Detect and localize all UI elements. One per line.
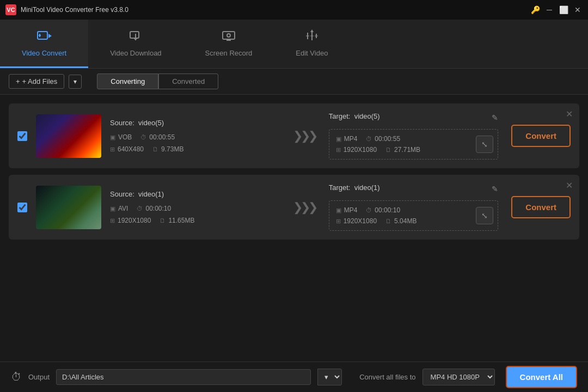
main-content: Source: video(5) ▣ VOB ⏱ 00:00:55 ⊞ 640X… [0,95,588,248]
add-files-label: + Add Files [22,77,58,85]
arrows-section-2: ❯❯❯ [289,200,320,215]
format-icon: ▣ [110,134,115,141]
app-logo: VC [5,4,16,15]
file-2-source-label: Source: video(1) [110,190,280,198]
file-2-edit-button[interactable]: ✎ [492,185,498,193]
file-2-target-format: ▣ MP4 [336,206,358,214]
svg-point-8 [227,34,230,37]
toolbar: + + Add Files ▾ Converting Converted [0,69,588,95]
file-2-source-meta: ▣ AVI ⏱ 00:00:10 [110,205,280,212]
file-1-convert-button[interactable]: Convert [511,125,571,147]
target-duration-icon: ⏱ [366,136,372,142]
output-path-dropdown[interactable]: ▾ [317,369,342,385]
video-convert-icon [36,29,52,46]
converted-tab-button[interactable]: Converted [158,74,218,89]
tab-video-convert-label: Video Convert [22,49,66,57]
file-1-source-info: Source: video(5) ▣ VOB ⏱ 00:00:55 ⊞ 640X… [110,119,280,153]
file-2-close-button[interactable]: ✕ [566,180,573,191]
target-resolution-icon: ⊞ [336,146,341,154]
edit-video-icon [304,29,320,46]
file-1-source-meta: ▣ VOB ⏱ 00:00:55 [110,133,280,141]
file-1-target-box: ▣ MP4 ⏱ 00:00:55 ⊞ 1920X1080 🗋 [329,129,499,160]
duration-icon: ⏱ [140,134,146,140]
convert-all-button[interactable]: Convert All [506,366,577,388]
target-format-icon-2: ▣ [336,207,341,214]
target-size-icon: 🗋 [385,146,391,153]
file-1-checkbox[interactable] [17,131,27,141]
size-icon: 🗋 [152,146,158,152]
size-icon-2: 🗋 [160,217,166,224]
tab-screen-record-label: Screen Record [205,49,253,57]
svg-rect-4 [130,32,139,38]
file-2-convert-section: Convert [507,196,571,218]
file-1-target-format: ▣ MP4 [336,135,358,143]
convert-arrows-icon: ❯❯❯ [293,129,316,143]
file-1-crop-button[interactable]: ⤡ [476,136,493,153]
file-1-format: ▣ VOB [110,133,132,141]
file-2-target-size: 🗋 5.04MB [385,217,416,225]
target-resolution-icon-2: ⊞ [336,218,341,225]
tab-video-convert[interactable]: Video Convert [0,20,88,68]
converting-tab-button[interactable]: Converting [97,74,158,89]
arrows-section-1: ❯❯❯ [289,129,320,143]
tab-video-download-label: Video Download [110,49,161,57]
file-2-size: 🗋 11.65MB [160,217,194,224]
file-2-source-info: Source: video(1) ▣ AVI ⏱ 00:00:10 ⊞ 1920… [110,190,280,224]
file-2-resolution: ⊞ 1920X1080 [110,217,151,224]
convert-arrows-icon-2: ❯❯❯ [293,200,316,215]
duration-icon-2: ⏱ [137,205,143,212]
tab-screen-record[interactable]: Screen Record [183,20,274,68]
svg-rect-7 [223,32,235,39]
file-2-crop-button[interactable]: ⤡ [476,207,493,224]
file-1-edit-button[interactable]: ✎ [492,113,498,122]
file-1-resolution: ⊞ 640X480 [110,145,144,153]
file-2-convert-button[interactable]: Convert [511,196,571,218]
file-2-target-meta-2: ⊞ 1920X1080 🗋 5.04MB [336,217,492,225]
file-2-target-duration: ⏱ 00:00:10 [366,206,400,214]
target-format-icon: ▣ [336,136,341,143]
file-2-format: ▣ AVI [110,205,128,212]
target-duration-icon-2: ⏱ [366,207,372,213]
target-size-icon-2: 🗋 [385,218,391,224]
file-1-convert-section: Convert [507,125,571,147]
file-2-target-meta: ▣ MP4 ⏱ 00:00:10 [336,206,492,214]
file-2-duration: ⏱ 00:00:10 [137,205,171,212]
window-controls: 🔑 ─ ⬜ ✕ [530,5,583,15]
add-files-dropdown-button[interactable]: ▾ [69,75,82,89]
resolution-icon-2: ⊞ [110,217,115,224]
nav-tabs: Video Convert Video Download Screen Reco… [0,20,588,69]
convert-all-files-label: Convert all files to [359,373,415,381]
add-files-plus-icon: + [16,77,20,85]
file-2-checkbox[interactable] [17,203,27,212]
output-path-input[interactable] [56,369,311,385]
file-2-thumbnail [36,186,101,229]
format-select[interactable]: MP4 HD 1080P [422,369,495,385]
file-2-source-meta-2: ⊞ 1920X1080 🗋 11.65MB [110,217,280,224]
file-1-close-button[interactable]: ✕ [566,109,573,119]
footer: ⏱ Output ▾ Convert all files to MP4 HD 1… [0,362,588,392]
file-1-thumbnail [36,114,101,158]
file-2-target-info: Target: video(1) ✎ ▣ MP4 ⏱ 00:00:10 [329,183,499,231]
file-card-2: Source: video(1) ▣ AVI ⏱ 00:00:10 ⊞ 1920… [9,175,579,240]
file-2-target-box: ▣ MP4 ⏱ 00:00:10 ⊞ 1920X1080 🗋 [329,200,499,231]
svg-marker-1 [48,34,52,38]
file-card-1: Source: video(5) ▣ VOB ⏱ 00:00:55 ⊞ 640X… [9,103,579,168]
close-button[interactable]: ✕ [573,5,583,15]
key-button[interactable]: 🔑 [530,5,540,15]
output-label: Output [28,373,50,381]
file-1-target-meta: ▣ MP4 ⏱ 00:00:55 [336,135,492,143]
file-2-target-resolution: ⊞ 1920X1080 [336,217,377,225]
convert-tab-switcher: Converting Converted [97,74,218,89]
resolution-icon: ⊞ [110,146,115,153]
restore-button[interactable]: ⬜ [559,5,568,15]
file-2-target-label: Target: video(1) [329,183,380,192]
add-files-button[interactable]: + + Add Files [9,74,64,89]
tab-edit-video-label: Edit Video [296,49,328,57]
file-1-target-meta-2: ⊞ 1920X1080 🗋 27.71MB [336,146,492,154]
minimize-button[interactable]: ─ [544,5,554,15]
tab-video-download[interactable]: Video Download [88,20,183,68]
file-1-source-label: Source: video(5) [110,119,280,127]
file-1-duration: ⏱ 00:00:55 [140,133,175,141]
tab-edit-video[interactable]: Edit Video [274,20,350,68]
file-1-target-label: Target: video(5) [329,112,380,120]
